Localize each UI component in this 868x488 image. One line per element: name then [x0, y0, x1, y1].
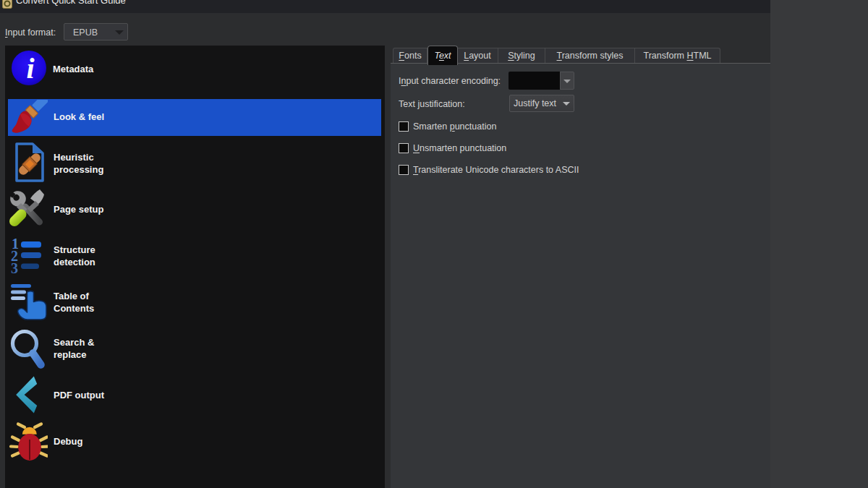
svg-text:3: 3: [11, 260, 18, 275]
svg-text:i: i: [26, 52, 34, 85]
